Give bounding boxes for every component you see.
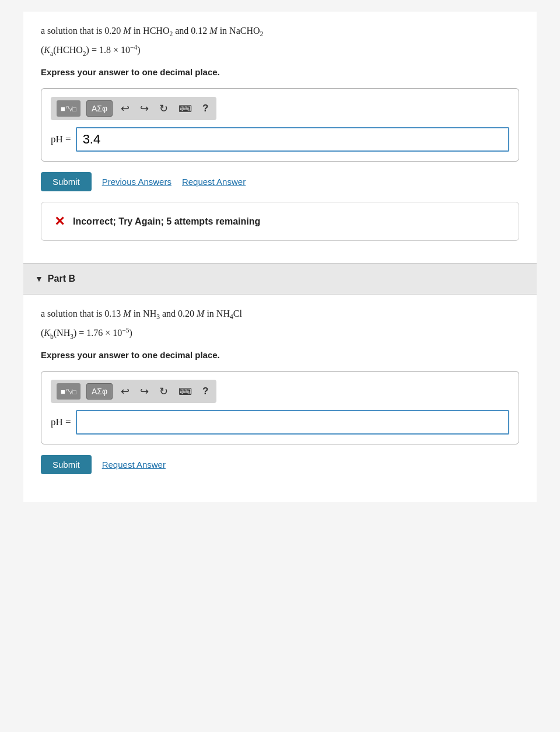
part-a-toolbar: ■ n√□ ΑΣφ ↩ ↪ ↻ ⌨ ?: [51, 97, 216, 120]
part-a-problem-text: a solution that is 0.20 M in HCHO2 and 0…: [41, 23, 519, 40]
part-a-directive: Express your answer to one decimal place…: [41, 66, 519, 79]
page-container: a solution that is 0.20 M in HCHO2 and 0…: [0, 0, 560, 526]
part-a-undo-btn[interactable]: ↩: [118, 101, 132, 116]
part-b-keyboard-btn[interactable]: ⌨: [176, 385, 194, 398]
part-b-answer-input[interactable]: [76, 410, 509, 435]
part-a-action-row: Submit Previous Answers Request Answer: [41, 172, 519, 191]
part-a-sqrt-icon: n√□: [66, 104, 76, 113]
part-a-keyboard-btn[interactable]: ⌨: [176, 102, 194, 115]
part-a-symbol-btn[interactable]: ΑΣφ: [86, 100, 113, 117]
part-b-toolbar: ■ n√□ ΑΣφ ↩ ↪ ↻ ⌨ ?: [51, 380, 216, 403]
part-a-help-btn[interactable]: ?: [200, 101, 211, 115]
part-a-ka-text: (Ka(HCHO2) = 1.8 × 10−4): [41, 42, 519, 59]
part-b-square-btn[interactable]: ■ n√□: [57, 383, 80, 400]
part-a-submit-button[interactable]: Submit: [41, 172, 92, 191]
part-b-problem-text: a solution that is 0.13 M in NH3 and 0.2…: [41, 306, 519, 323]
part-a-answer-box: ■ n√□ ΑΣφ ↩ ↪ ↻ ⌨ ? pH =: [41, 88, 519, 162]
part-b-sqrt-icon: n√□: [66, 387, 76, 395]
part-b-refresh-btn[interactable]: ↻: [157, 384, 170, 399]
part-a-refresh-btn[interactable]: ↻: [157, 101, 170, 116]
part-b-action-row: Submit Request Answer: [41, 455, 519, 474]
part-b-input-label: pH =: [51, 415, 71, 430]
part-a-toolbar-group1: ■ n√□: [57, 100, 80, 117]
part-b-header[interactable]: ▼ Part B: [23, 263, 537, 295]
part-b-toolbar-group1: ■ n√□: [57, 383, 80, 400]
part-a-incorrect-text: Incorrect; Try Again; 5 attempts remaini…: [73, 215, 260, 229]
part-b-submit-button[interactable]: Submit: [41, 455, 92, 474]
part-b-label: Part B: [48, 272, 75, 286]
part-b-symbol-btn[interactable]: ΑΣφ: [86, 383, 113, 400]
part-a-input-row: pH =: [51, 127, 509, 152]
part-a-input-label: pH =: [51, 132, 71, 147]
part-b-content: a solution that is 0.13 M in NH3 and 0.2…: [23, 295, 537, 502]
part-a-toolbar-group2: ΑΣφ: [86, 100, 113, 117]
part-b-redo-btn[interactable]: ↪: [138, 384, 151, 399]
part-b-answer-box: ■ n√□ ΑΣφ ↩ ↪ ↻ ⌨ ? pH =: [41, 371, 519, 444]
part-a-redo-btn[interactable]: ↪: [138, 101, 151, 116]
part-a-previous-answers-button[interactable]: Previous Answers: [102, 177, 172, 187]
part-a-answer-input[interactable]: [76, 127, 509, 152]
part-b-help-btn[interactable]: ?: [200, 384, 211, 398]
part-b-directive: Express your answer to one decimal place…: [41, 349, 519, 362]
part-b-request-answer-button[interactable]: Request Answer: [102, 460, 166, 470]
part-b-kb-text: (Kb(NH3) = 1.76 × 10−5): [41, 325, 519, 342]
part-b-toolbar-group2: ΑΣφ: [86, 383, 113, 400]
part-b-input-row: pH =: [51, 410, 509, 435]
part-a-request-answer-button[interactable]: Request Answer: [182, 177, 246, 187]
part-a-content: a solution that is 0.20 M in HCHO2 and 0…: [23, 12, 537, 263]
part-b-collapse-icon: ▼: [35, 273, 43, 285]
part-a-incorrect-icon: ✕: [54, 212, 65, 231]
part-a-square-btn[interactable]: ■ n√□: [57, 100, 80, 117]
part-b-undo-btn[interactable]: ↩: [118, 384, 132, 399]
part-a-incorrect-box: ✕ Incorrect; Try Again; 5 attempts remai…: [41, 202, 519, 241]
part-b-square-icon: ■: [61, 387, 65, 396]
part-a-square-icon: ■: [61, 104, 65, 113]
